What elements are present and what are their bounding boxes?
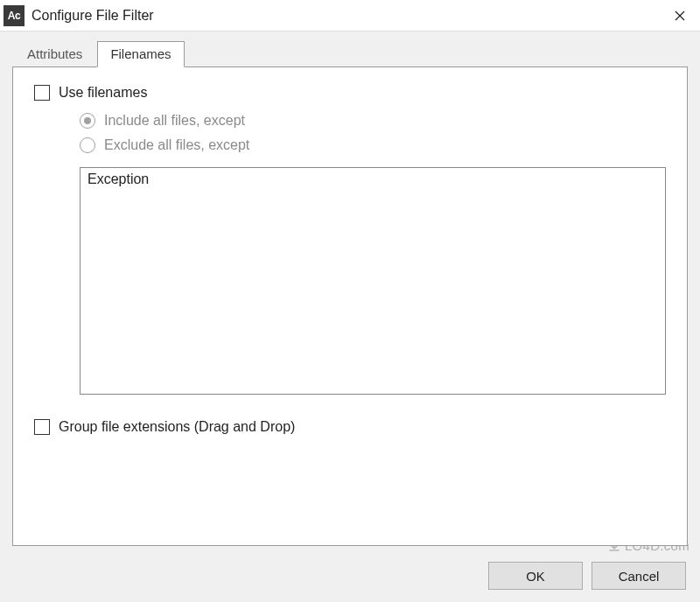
include-radio[interactable]	[80, 113, 95, 129]
include-exclude-radio-group: Include all files, except Exclude all fi…	[80, 113, 666, 153]
titlebar: Ac Configure File Filter	[0, 0, 700, 32]
exclude-radio-row: Exclude all files, except	[80, 137, 666, 153]
cancel-button[interactable]: Cancel	[592, 562, 686, 590]
app-icon: Ac	[4, 5, 24, 26]
tab-filenames[interactable]: Filenames	[97, 41, 184, 67]
client-area: Attributes Filenames Use filenames Inclu…	[0, 32, 700, 602]
include-radio-label: Include all files, except	[104, 113, 245, 129]
exclude-radio[interactable]	[80, 137, 95, 153]
group-extensions-checkbox[interactable]	[34, 419, 50, 435]
group-extensions-row: Group file extensions (Drag and Drop)	[34, 419, 666, 435]
group-extensions-label[interactable]: Group file extensions (Drag and Drop)	[59, 419, 295, 435]
tabstrip: Attributes Filenames	[14, 40, 688, 66]
include-radio-row: Include all files, except	[80, 113, 666, 129]
use-filenames-checkbox[interactable]	[34, 85, 50, 101]
use-filenames-row: Use filenames	[34, 85, 666, 101]
dialog-button-bar: OK Cancel	[488, 562, 686, 590]
tab-attributes[interactable]: Attributes	[14, 41, 95, 66]
close-button[interactable]	[660, 0, 700, 32]
window-title: Configure File Filter	[32, 8, 154, 24]
tabpanel-filenames: Use filenames Include all files, except …	[12, 66, 688, 546]
use-filenames-label[interactable]: Use filenames	[59, 85, 147, 101]
ok-button[interactable]: OK	[488, 562, 583, 590]
exclude-radio-label: Exclude all files, except	[104, 137, 249, 153]
exception-listbox[interactable]: Exception	[80, 167, 666, 395]
close-icon	[675, 10, 685, 21]
exception-list-header: Exception	[88, 172, 658, 187]
